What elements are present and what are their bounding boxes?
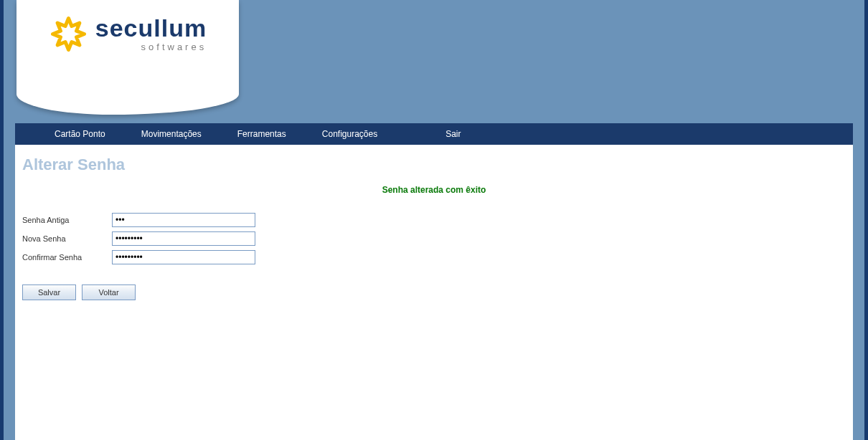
input-new-password[interactable] [112, 231, 255, 246]
nav-configuracoes[interactable]: Configurações [304, 123, 395, 145]
button-row: Salvar Voltar [22, 284, 846, 300]
logo-sub-text: softwares [141, 42, 207, 52]
page-title: Alterar Senha [22, 156, 846, 174]
row-old-password: Senha Antiga [22, 213, 846, 227]
nav-ferramentas[interactable]: Ferramentas [220, 123, 304, 145]
label-confirm-password: Confirmar Senha [22, 253, 112, 262]
nav-sair[interactable]: Sair [428, 123, 478, 145]
logo-inner: secullum softwares [49, 14, 207, 54]
logo-text: secullum softwares [95, 16, 207, 52]
row-new-password: Nova Senha [22, 231, 846, 246]
nav-cartao-ponto[interactable]: Cartão Ponto [37, 123, 123, 145]
input-confirm-password[interactable] [112, 250, 255, 264]
success-message: Senha alterada com êxito [22, 185, 846, 195]
back-button[interactable]: Voltar [82, 284, 136, 300]
logo: secullum softwares [16, 0, 239, 115]
input-old-password[interactable] [112, 213, 255, 227]
frame: secullum softwares Cartão Ponto Moviment… [0, 0, 868, 440]
content-panel: Alterar Senha Senha alterada com êxito S… [15, 145, 853, 440]
star-icon [49, 14, 88, 54]
nav-movimentacoes[interactable]: Movimentações [123, 123, 220, 145]
navbar: Cartão Ponto Movimentações Ferramentas C… [15, 123, 853, 145]
inner-frame: secullum softwares Cartão Ponto Moviment… [9, 0, 859, 440]
label-new-password: Nova Senha [22, 234, 112, 243]
label-old-password: Senha Antiga [22, 216, 112, 224]
row-confirm-password: Confirmar Senha [22, 250, 846, 264]
save-button[interactable]: Salvar [22, 284, 76, 300]
logo-main-text: secullum [95, 16, 207, 40]
